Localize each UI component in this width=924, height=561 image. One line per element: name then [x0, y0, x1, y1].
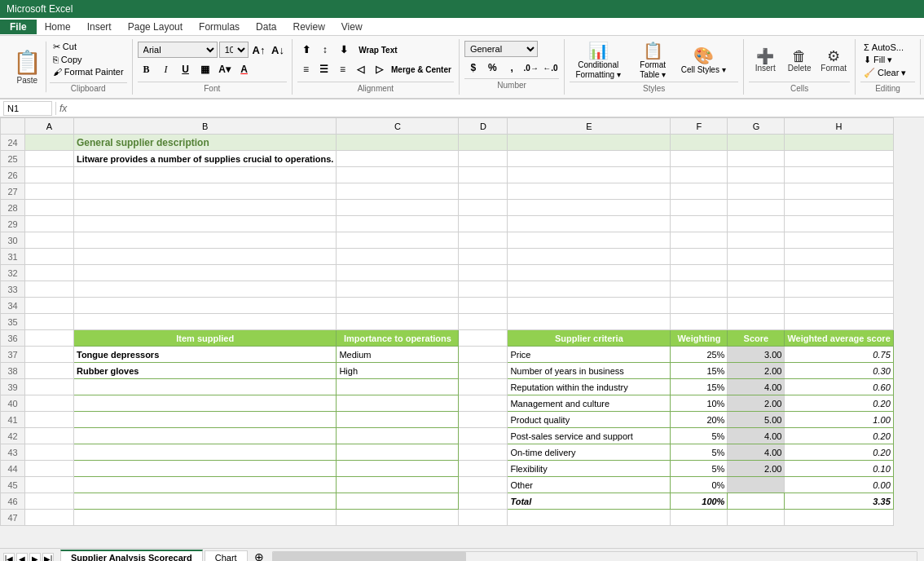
cell-24-d[interactable] — [459, 135, 508, 151]
cell-40-g[interactable]: 2.00 — [728, 395, 785, 412]
cell-25-e[interactable] — [508, 151, 671, 167]
col-header-a[interactable]: A — [25, 118, 74, 135]
increase-decimal-button[interactable]: .0→ — [522, 59, 540, 77]
border-button[interactable]: ▦ — [196, 60, 214, 78]
cell-44-b[interactable] — [74, 461, 337, 477]
right-align-button[interactable]: ≡ — [334, 60, 351, 78]
cell-28-b[interactable] — [74, 200, 337, 216]
cell-25-d[interactable] — [459, 151, 508, 167]
cell-30-h[interactable] — [785, 232, 893, 249]
cell-27-b[interactable] — [74, 183, 337, 200]
cell-30-a[interactable] — [25, 232, 74, 249]
cell-33-c[interactable] — [337, 281, 459, 298]
cell-34-b[interactable] — [74, 298, 337, 314]
grow-font-button[interactable]: A↑ — [250, 41, 268, 59]
cell-26-c[interactable] — [337, 167, 459, 183]
cell-26-g[interactable] — [728, 167, 785, 183]
cell-37-a[interactable] — [25, 347, 74, 363]
cell-45-g[interactable] — [728, 477, 785, 493]
cell-41-h[interactable]: 1.00 — [785, 412, 893, 428]
cell-39-e[interactable]: Reputation within the industry — [508, 379, 671, 395]
percent-button[interactable]: % — [484, 59, 502, 77]
cell-32-f[interactable] — [671, 265, 728, 281]
cell-26-f[interactable] — [671, 167, 728, 183]
increase-indent-button[interactable]: ▷ — [371, 60, 388, 78]
cell-46-e[interactable]: Total — [508, 493, 671, 510]
cell-32-e[interactable] — [508, 265, 671, 281]
cell-40-d[interactable] — [459, 395, 508, 412]
comma-button[interactable]: , — [503, 59, 521, 77]
bold-button[interactable]: B — [138, 60, 156, 78]
cell-33-h[interactable] — [785, 281, 893, 298]
cell-41-a[interactable] — [25, 412, 74, 428]
cell-42-h[interactable]: 0.20 — [785, 428, 893, 444]
cell-45-a[interactable] — [25, 477, 74, 493]
cell-35-c[interactable] — [337, 314, 459, 330]
cell-27-d[interactable] — [459, 183, 508, 200]
fill-button[interactable]: ⬇ Fill ▾ — [860, 54, 915, 66]
cell-47-f[interactable] — [671, 510, 728, 526]
cell-26-b[interactable] — [74, 167, 337, 183]
font-name-select[interactable]: Arial — [138, 42, 218, 58]
cell-35-d[interactable] — [459, 314, 508, 330]
cell-38-d[interactable] — [459, 363, 508, 379]
paste-button[interactable]: 📋 Paste — [8, 41, 46, 93]
cell-35-f[interactable] — [671, 314, 728, 330]
cell-45-d[interactable] — [459, 477, 508, 493]
home-menu[interactable]: Home — [37, 20, 79, 34]
cut-button[interactable]: ✂ Cut — [50, 41, 127, 53]
cell-44-g[interactable]: 2.00 — [728, 461, 785, 477]
cell-41-b[interactable] — [74, 412, 337, 428]
cell-40-h[interactable]: 0.20 — [785, 395, 893, 412]
cell-39-f[interactable]: 15% — [671, 379, 728, 395]
number-format-select[interactable]: General — [464, 41, 538, 57]
cell-35-b[interactable] — [74, 314, 337, 330]
shrink-font-button[interactable]: A↓ — [269, 41, 287, 59]
cell-24-a[interactable] — [25, 135, 74, 151]
cell-47-d[interactable] — [459, 510, 508, 526]
cell-32-b[interactable] — [74, 265, 337, 281]
cell-36-a[interactable] — [25, 330, 74, 347]
cell-30-g[interactable] — [728, 232, 785, 249]
file-menu[interactable]: File — [0, 20, 37, 34]
cell-37-h[interactable]: 0.75 — [785, 347, 893, 363]
cell-46-a[interactable] — [25, 493, 74, 510]
cell-42-c[interactable] — [337, 428, 459, 444]
cell-41-d[interactable] — [459, 412, 508, 428]
data-menu[interactable]: Data — [248, 20, 284, 34]
cell-26-a[interactable] — [25, 167, 74, 183]
cell-40-b[interactable] — [74, 395, 337, 412]
cell-35-h[interactable] — [785, 314, 893, 330]
cell-43-h[interactable]: 0.20 — [785, 444, 893, 461]
cell-39-c[interactable] — [337, 379, 459, 395]
col-header-d[interactable]: D — [459, 118, 508, 135]
cell-25-c[interactable] — [337, 151, 459, 167]
cell-47-a[interactable] — [25, 510, 74, 526]
cell-40-f[interactable]: 10% — [671, 395, 728, 412]
cell-29-b[interactable] — [74, 216, 337, 232]
cell-30-d[interactable] — [459, 232, 508, 249]
cell-39-h[interactable]: 0.60 — [785, 379, 893, 395]
cell-28-f[interactable] — [671, 200, 728, 216]
cell-46-h[interactable]: 3.35 — [785, 493, 893, 510]
center-align-button[interactable]: ☰ — [315, 60, 332, 78]
cell-34-h[interactable] — [785, 298, 893, 314]
cell-40-c[interactable] — [337, 395, 459, 412]
fill-color-button[interactable]: A▾ — [216, 60, 234, 78]
cell-25-h[interactable] — [785, 151, 893, 167]
cell-40-e[interactable]: Management and culture — [508, 395, 671, 412]
cell-29-f[interactable] — [671, 216, 728, 232]
cell-45-b[interactable] — [74, 477, 337, 493]
cell-35-g[interactable] — [728, 314, 785, 330]
cell-30-f[interactable] — [671, 232, 728, 249]
cell-37-d[interactable] — [459, 347, 508, 363]
cell-27-a[interactable] — [25, 183, 74, 200]
cell-31-f[interactable] — [671, 249, 728, 265]
dollar-button[interactable]: $ — [464, 59, 482, 77]
insert-menu[interactable]: Insert — [79, 20, 120, 34]
cell-26-e[interactable] — [508, 167, 671, 183]
col-header-e[interactable]: E — [508, 118, 671, 135]
cell-33-e[interactable] — [508, 281, 671, 298]
cell-24-c[interactable] — [337, 135, 459, 151]
cell-45-f[interactable]: 0% — [671, 477, 728, 493]
